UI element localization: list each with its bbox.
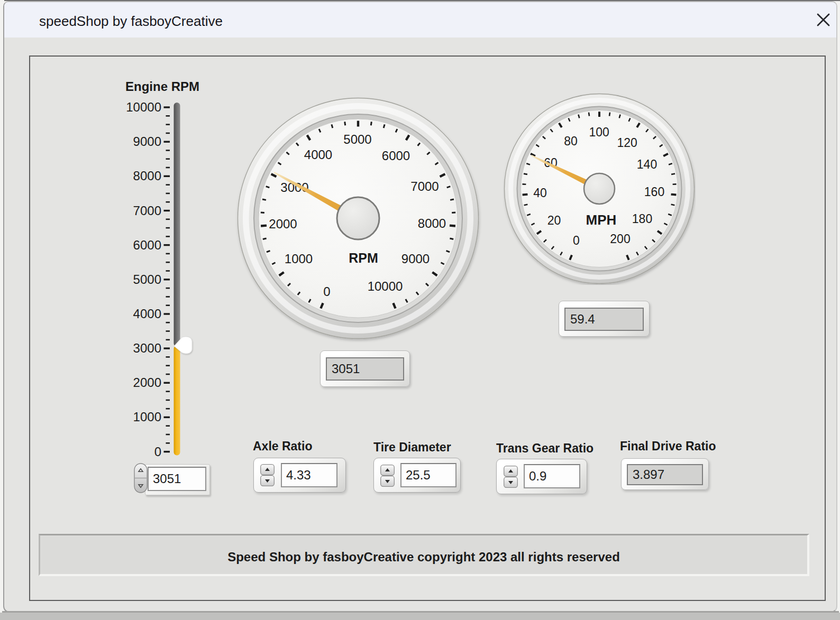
svg-text:200: 200	[610, 232, 630, 246]
svg-text:180: 180	[632, 212, 652, 226]
svg-text:0: 0	[323, 284, 330, 299]
svg-text:2000: 2000	[269, 217, 297, 231]
svg-text:160: 160	[644, 185, 664, 199]
svg-text:40: 40	[533, 186, 547, 200]
svg-text:5000: 5000	[343, 132, 371, 146]
svg-text:140: 140	[637, 158, 657, 171]
svg-text:MPH: MPH	[586, 212, 617, 228]
svg-text:6000: 6000	[382, 149, 410, 163]
svg-text:0: 0	[573, 234, 580, 247]
svg-text:10000: 10000	[368, 279, 403, 293]
svg-text:9000: 9000	[401, 252, 430, 266]
svg-text:8000: 8000	[418, 216, 446, 230]
svg-text:120: 120	[617, 136, 637, 150]
svg-text:7000: 7000	[410, 179, 439, 193]
svg-text:100: 100	[589, 125, 609, 139]
svg-text:RPM: RPM	[349, 251, 378, 265]
svg-text:80: 80	[564, 134, 578, 148]
svg-text:1000: 1000	[285, 252, 313, 266]
svg-text:4000: 4000	[304, 147, 332, 162]
svg-text:20: 20	[547, 214, 561, 227]
